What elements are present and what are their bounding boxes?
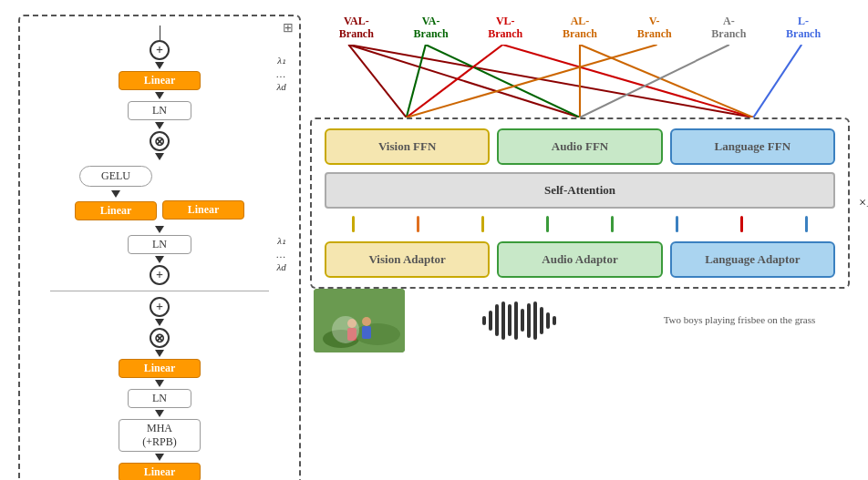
audio-bar-9 [533, 301, 537, 340]
language-adaptor-box: Language Adaptor [670, 241, 835, 278]
vline-top [160, 26, 160, 40]
arrow-10 [155, 410, 164, 417]
conn-vision-3 [481, 216, 484, 232]
branch-al: AL-Branch [563, 15, 597, 41]
linear-box-2: Linear [75, 201, 157, 220]
arrow-gelu [111, 190, 120, 198]
main-figure: ⊞ λ₁ … λd + Linear LN ⊗ [18, 15, 850, 480]
arrow-6 [155, 256, 164, 263]
circle-mult-bot: ⊗ [150, 328, 170, 348]
audio-bar-12 [553, 316, 556, 325]
conn-audio-1 [546, 216, 549, 232]
bottom-flow: + ⊗ Linear LN MHA (+RPB) Linear LN [31, 297, 288, 480]
svg-line-4 [426, 45, 580, 117]
svg-line-1 [348, 45, 580, 117]
gelu-row: GELU Linear Linear [31, 166, 288, 220]
branch-val: VAL-Branch [339, 15, 374, 41]
svg-rect-16 [347, 328, 356, 341]
ln-box-1: LN [128, 101, 191, 120]
lambda-dots-mid: … [276, 249, 286, 260]
ffn-row: Vision FFN Audio FFN Language FFN [325, 128, 835, 165]
language-ffn-box: Language FFN [670, 128, 835, 165]
svg-rect-18 [362, 326, 371, 339]
arrow-1 [155, 62, 164, 69]
lambda-dots: … [276, 68, 286, 79]
mha-line1: MHA (+RPB) [129, 422, 191, 449]
svg-line-11 [753, 45, 801, 117]
circle-plus-3: + [150, 297, 170, 317]
audio-bar-11 [546, 312, 550, 329]
conn-vision-1 [352, 216, 355, 232]
arrow-5 [155, 226, 164, 233]
text-description: Two boys playing frisbee on the grass [633, 313, 846, 327]
lambda1-mid: λ₁ [277, 235, 285, 247]
arrow-9 [155, 380, 164, 387]
circle-mult-top: ⊗ [150, 131, 170, 151]
linear-box-4: Linear [119, 359, 201, 378]
audio-adaptor-box: Audio Adaptor [497, 241, 662, 278]
adaptor-row: Vision Adaptor Audio Adaptor Language Ad… [325, 241, 835, 278]
branch-labels: VAL-Branch VA-Branch VL-Branch AL-Branch… [310, 15, 850, 45]
right-panel: VAL-Branch VA-Branch VL-Branch AL-Branch… [310, 15, 850, 352]
audio-bar-2 [489, 311, 492, 331]
audio-bar-6 [514, 301, 518, 340]
conn-audio-2 [611, 216, 614, 232]
vision-adaptor-box: Vision Adaptor [325, 241, 490, 278]
right-main-box: Vision FFN Audio FFN Language FFN Self-A… [310, 117, 850, 289]
connector-lines-down [325, 216, 835, 234]
arrow-2 [155, 92, 164, 99]
gelu-sub: GELU Linear [75, 166, 157, 220]
lambda-mid: λ₁ … λd [276, 235, 286, 272]
arrow-8 [155, 350, 164, 357]
branch-vl: VL-Branch [488, 15, 522, 41]
lambda1-label: λ₁ [277, 55, 285, 66]
vision-image [314, 289, 405, 352]
branch-a: A-Branch [711, 15, 746, 41]
circle-plus-top: + [150, 40, 170, 60]
section-separator [50, 291, 269, 291]
ln-box-3: LN [128, 389, 191, 408]
media-row: Two boys playing frisbee on the grass [310, 289, 850, 352]
audio-wave [412, 298, 625, 343]
linear3-sub: Linear [162, 166, 244, 220]
svg-point-13 [323, 330, 359, 348]
conn-lang-2 [740, 216, 743, 232]
audio-bar-8 [527, 303, 531, 338]
conn-lang-1 [676, 216, 678, 232]
lambdad-mid: λd [276, 261, 285, 272]
left-panel: ⊞ λ₁ … λd + Linear LN ⊗ [18, 15, 301, 480]
branch-l: L-Branch [786, 15, 821, 41]
arrow-11 [155, 454, 164, 461]
vision-image-svg [314, 289, 405, 352]
svg-line-0 [348, 45, 406, 117]
audio-bar-7 [521, 309, 524, 332]
svg-line-9 [407, 45, 657, 117]
lambdad-label: λd [276, 81, 285, 92]
xn-label: ×N [858, 196, 868, 210]
vision-ffn-box: Vision FFN [325, 128, 490, 165]
branch-v: V-Branch [637, 15, 672, 41]
audio-ffn-box: Audio FFN [497, 128, 662, 165]
lambda-top: λ₁ … λd [276, 55, 286, 92]
arrow-7 [155, 319, 164, 326]
svg-line-5 [407, 45, 503, 117]
linear-box-3: Linear [162, 200, 244, 220]
branch-va: VA-Branch [414, 15, 449, 41]
self-attention-box: Self-Attention [325, 172, 835, 209]
svg-line-6 [502, 45, 753, 117]
audio-bar-4 [501, 301, 505, 340]
arrow-3 [155, 122, 164, 129]
svg-line-10 [580, 45, 729, 117]
top-flow: + Linear LN ⊗ GELU Linear [31, 26, 288, 285]
gelu-box: GELU [79, 166, 152, 187]
diagram-area: ⊞ λ₁ … λd + Linear LN ⊗ [18, 15, 850, 480]
right-main-wrapper: Vision FFN Audio FFN Language FFN Self-A… [310, 117, 850, 289]
linear-box-1: Linear [119, 71, 201, 90]
svg-point-17 [362, 317, 371, 326]
mha-box: MHA (+RPB) [119, 419, 201, 452]
linear-box-5: Linear [119, 463, 201, 480]
ln-box-2: LN [128, 235, 191, 254]
circle-plus-2: + [150, 265, 170, 285]
svg-line-8 [580, 45, 753, 117]
grid-icon: ⊞ [283, 20, 294, 36]
